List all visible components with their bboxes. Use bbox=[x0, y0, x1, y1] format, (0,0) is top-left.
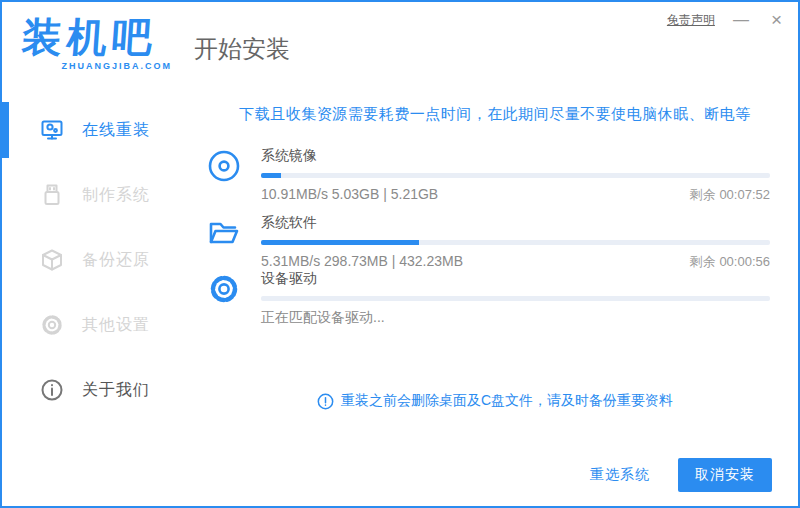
task-title: 设备驱动 bbox=[261, 270, 770, 288]
progress-bar bbox=[261, 240, 770, 245]
box-icon bbox=[40, 248, 64, 272]
disclaimer-link[interactable]: 免责声明 bbox=[667, 12, 715, 29]
sidebar-item-backup-restore[interactable]: 备份还原 bbox=[2, 238, 192, 282]
sidebar-item-label: 关于我们 bbox=[82, 380, 150, 401]
task-speed-size: 5.31MB/s 298.73MB | 432.23MB bbox=[261, 253, 463, 269]
task-title: 系统软件 bbox=[261, 214, 770, 232]
monitor-icon bbox=[40, 118, 64, 142]
sidebar-item-make-system[interactable]: 制作系统 bbox=[2, 173, 192, 217]
download-notice: 下载且收集资源需要耗费一点时间，在此期间尽量不要使电脑休眠、断电等 bbox=[192, 105, 798, 124]
installer-window: 装机吧 ZHUANGJIBA.COM 开始安装 免责声明 — × 在线重装 bbox=[0, 0, 800, 508]
sidebar-item-label: 备份还原 bbox=[82, 250, 150, 271]
backup-warning: 重装之前会删除桌面及C盘文件，请及时备份重要资料 bbox=[192, 392, 798, 410]
info-icon bbox=[40, 378, 64, 402]
progress-bar bbox=[261, 296, 770, 301]
app-logo-domain: ZHUANGJIBA.COM bbox=[22, 61, 172, 71]
app-logo: 装机吧 ZHUANGJIBA.COM bbox=[22, 14, 172, 71]
progress-fill bbox=[261, 240, 419, 245]
folder-icon bbox=[207, 216, 241, 250]
disc-icon bbox=[207, 149, 241, 183]
gear-icon bbox=[40, 313, 64, 337]
task-system-software: 系统软件 5.31MB/s 298.73MB | 432.23MB 剩余 00:… bbox=[207, 214, 770, 271]
sidebar-item-other-settings[interactable]: 其他设置 bbox=[2, 303, 192, 347]
page-title: 开始安装 bbox=[194, 33, 290, 65]
close-icon[interactable]: × bbox=[767, 10, 786, 30]
usb-icon bbox=[40, 183, 64, 207]
app-logo-text: 装机吧 bbox=[20, 14, 173, 60]
task-title: 系统镜像 bbox=[261, 147, 770, 165]
task-status-text: 正在匹配设备驱动... bbox=[261, 309, 385, 327]
header: 装机吧 ZHUANGJIBA.COM 开始安装 免责声明 — × bbox=[2, 2, 798, 92]
progress-fill bbox=[261, 173, 281, 178]
gear-icon bbox=[207, 272, 241, 306]
task-system-image: 系统镜像 10.91MB/s 5.03GB | 5.21GB 剩余 00:07:… bbox=[207, 147, 770, 204]
backup-warning-text: 重装之前会删除桌面及C盘文件，请及时备份重要资料 bbox=[341, 392, 673, 410]
sidebar-item-about-us[interactable]: 关于我们 bbox=[2, 368, 192, 412]
sidebar-item-label: 其他设置 bbox=[82, 315, 150, 336]
reselect-system-button[interactable]: 重选系统 bbox=[590, 466, 650, 484]
main-content: 下载且收集资源需要耗费一点时间，在此期间尽量不要使电脑休眠、断电等 系统镜像 1… bbox=[192, 92, 798, 506]
minimize-icon[interactable]: — bbox=[729, 10, 753, 30]
cancel-install-button[interactable]: 取消安装 bbox=[678, 458, 772, 492]
task-device-driver: 设备驱动 正在匹配设备驱动... bbox=[207, 270, 770, 327]
progress-bar bbox=[261, 173, 770, 178]
sidebar: 在线重装 制作系统 备份还原 bbox=[2, 92, 192, 506]
sidebar-item-online-reinstall[interactable]: 在线重装 bbox=[2, 108, 192, 152]
exclamation-circle-icon bbox=[317, 393, 334, 410]
footer-actions: 重选系统 取消安装 bbox=[590, 458, 772, 492]
titlebar-controls: 免责声明 — × bbox=[667, 10, 786, 30]
task-time-remaining: 剩余 00:07:52 bbox=[690, 186, 770, 204]
task-time-remaining: 剩余 00:00:56 bbox=[690, 253, 770, 271]
sidebar-item-label: 在线重装 bbox=[82, 120, 150, 141]
sidebar-item-label: 制作系统 bbox=[82, 185, 150, 206]
task-speed-size: 10.91MB/s 5.03GB | 5.21GB bbox=[261, 186, 438, 202]
